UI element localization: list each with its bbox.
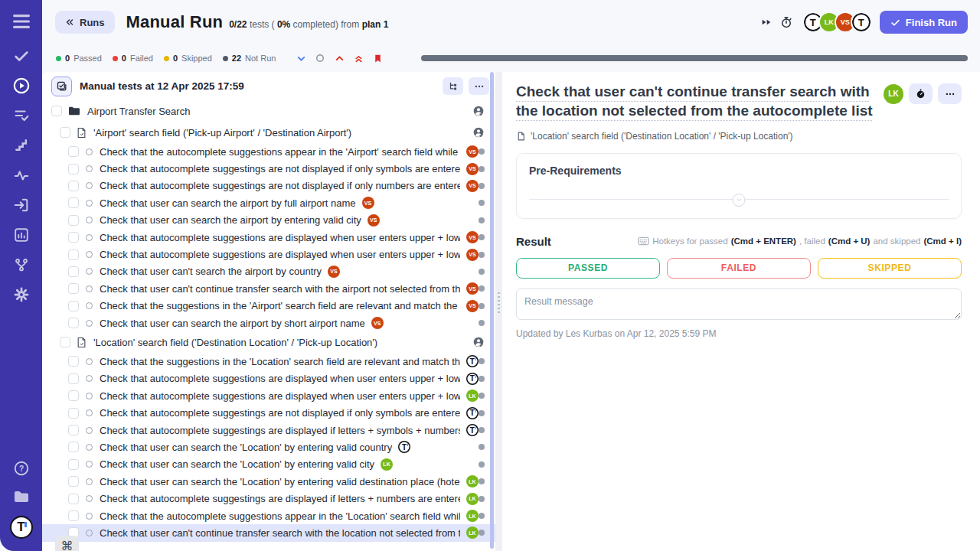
not-run-status-icon [86, 409, 93, 416]
top-header: Runs Manual Run 0/22 tests ( 0% complete… [42, 0, 980, 44]
test-row[interactable]: Check that the suggestions in the 'Locat… [42, 353, 495, 370]
row-checkbox[interactable] [68, 266, 79, 277]
test-row[interactable]: Check that user can search the 'Location… [42, 456, 495, 473]
row-checkbox[interactable] [68, 390, 79, 401]
row-checkbox[interactable] [68, 476, 79, 487]
list-scrollbar[interactable] [490, 72, 494, 549]
row-checkbox[interactable] [68, 181, 79, 191]
timer-icon[interactable] [776, 12, 796, 32]
test-row[interactable]: Check that autocomplete suggestions are … [42, 229, 495, 246]
test-plans-icon[interactable] [12, 106, 31, 125]
test-title[interactable]: Check that user can't continue transfer … [516, 82, 884, 121]
row-checkbox[interactable] [51, 106, 62, 116]
test-row[interactable]: Check that user can search the 'Location… [42, 473, 495, 490]
test-row[interactable]: Check that autocomplete suggestions are … [42, 387, 495, 404]
test-row[interactable]: Check that user can search the airport b… [42, 212, 495, 229]
row-label: Check that the autocomplete suggestions … [100, 510, 460, 522]
back-to-runs-button[interactable]: Runs [55, 11, 115, 34]
test-row[interactable]: Check that autocomplete suggestings are … [42, 404, 495, 421]
avatar-t[interactable]: T [851, 11, 872, 33]
skipped-button[interactable]: SKIPPED [818, 258, 962, 279]
test-row[interactable]: Check that user can search the airport b… [42, 194, 495, 211]
row-checkbox[interactable] [68, 356, 79, 367]
row-checkbox[interactable] [68, 146, 79, 157]
row-checkbox[interactable] [68, 425, 79, 435]
priority-critical-icon[interactable] [353, 53, 364, 64]
passed-button[interactable]: PASSED [516, 258, 660, 279]
row-checkbox[interactable] [68, 494, 79, 504]
finish-run-button[interactable]: Finish Run [880, 11, 968, 34]
help-icon[interactable]: ? [12, 459, 31, 478]
row-checkbox[interactable] [68, 442, 79, 452]
test-row[interactable]: Check that the autocomplete suggestions … [42, 507, 495, 524]
test-row[interactable]: Check that user can't continue transfer … [42, 524, 495, 541]
list-more-button[interactable] [469, 77, 489, 95]
priority-normal-icon[interactable] [315, 53, 325, 64]
settings-gear-icon[interactable] [12, 285, 31, 304]
runs-play-icon[interactable] [12, 77, 31, 95]
test-row[interactable]: Check that the autocomplete suggestions … [42, 143, 495, 160]
test-row[interactable]: Check that autocomplete suggestings are … [42, 160, 495, 177]
suite-row[interactable]: 'Location' search field ('Destination Lo… [42, 331, 495, 353]
row-label: Check that user can search the 'Location… [100, 476, 460, 487]
row-checkbox[interactable] [68, 510, 79, 521]
expand-toggle-icon[interactable] [733, 194, 746, 207]
test-row[interactable]: Check that autocomplete suggestings are … [42, 422, 495, 439]
test-row[interactable]: Check that autocomplete suggestings are … [42, 178, 495, 194]
test-row[interactable]: Check that user can search the airport b… [42, 315, 495, 331]
row-checkbox[interactable] [60, 337, 70, 347]
row-checkbox[interactable] [68, 408, 79, 419]
row-checkbox[interactable] [68, 283, 79, 294]
row-checkbox[interactable] [60, 127, 70, 138]
status-dot-icon [164, 56, 169, 61]
row-checkbox[interactable] [68, 249, 79, 260]
folder-row[interactable]: Airport Transfer Search [42, 100, 495, 122]
priority-blocker-icon[interactable] [372, 53, 383, 64]
group-view-button[interactable] [443, 77, 463, 95]
row-checkbox[interactable] [68, 232, 79, 243]
test-row[interactable]: Check that user can't search the airport… [42, 263, 495, 280]
chevrons-left-icon [65, 18, 74, 27]
row-checkbox[interactable] [68, 373, 79, 384]
not-run-status-icon [86, 285, 93, 292]
test-row[interactable]: Check that autocomplete suggestings are … [42, 490, 495, 507]
run-assignees-avatars[interactable]: TLKVST [802, 11, 872, 33]
priority-dot-icon [479, 285, 485, 292]
priority-high-icon[interactable] [334, 53, 345, 64]
hamburger-menu-icon[interactable] [12, 12, 31, 31]
row-checkbox[interactable] [68, 318, 79, 328]
projects-folder-icon[interactable] [12, 487, 31, 506]
suite-breadcrumb[interactable]: 'Location' search field ('Destination Lo… [516, 131, 962, 142]
testomat-logo[interactable]: T [10, 516, 33, 539]
row-checkbox[interactable] [68, 197, 79, 208]
select-all-checkbox[interactable] [51, 77, 72, 96]
row-checkbox[interactable] [68, 215, 79, 226]
assignee-avatar[interactable]: LK [884, 84, 903, 104]
result-message-input[interactable] [516, 289, 962, 320]
row-checkbox[interactable] [68, 459, 79, 470]
reports-chart-icon[interactable] [12, 226, 31, 244]
svg-text:?: ? [18, 465, 23, 473]
test-row[interactable]: Check that the suggestions in the 'Airpo… [42, 298, 495, 315]
not-run-status-icon [86, 495, 93, 502]
detail-more-button[interactable] [938, 83, 962, 104]
steps-icon[interactable] [12, 136, 31, 155]
branch-icon[interactable] [12, 256, 31, 274]
test-row[interactable]: Check that autocomplete suggestions are … [42, 370, 495, 387]
test-row[interactable]: Check that user can search the 'Location… [42, 439, 495, 455]
fast-forward-icon[interactable] [756, 12, 776, 32]
test-row[interactable]: Check that autocomplete suggestions are … [42, 246, 495, 262]
row-checkbox[interactable] [68, 164, 79, 174]
activity-pulse-icon[interactable] [12, 166, 31, 184]
panel-drag-handle[interactable] [498, 292, 500, 314]
suite-doc-icon [77, 127, 87, 139]
timer-button[interactable] [909, 83, 933, 104]
failed-button[interactable]: FAILED [667, 258, 811, 279]
assignee-badge-lk: LK [381, 458, 393, 471]
tests-check-icon[interactable] [12, 47, 31, 65]
row-checkbox[interactable] [68, 301, 79, 311]
test-row[interactable]: Check that user can't continue transfer … [42, 280, 495, 297]
priority-low-icon[interactable] [296, 53, 306, 64]
import-icon[interactable] [12, 196, 31, 214]
suite-row[interactable]: 'Airport' search field ('Pick-up Airport… [42, 122, 495, 143]
